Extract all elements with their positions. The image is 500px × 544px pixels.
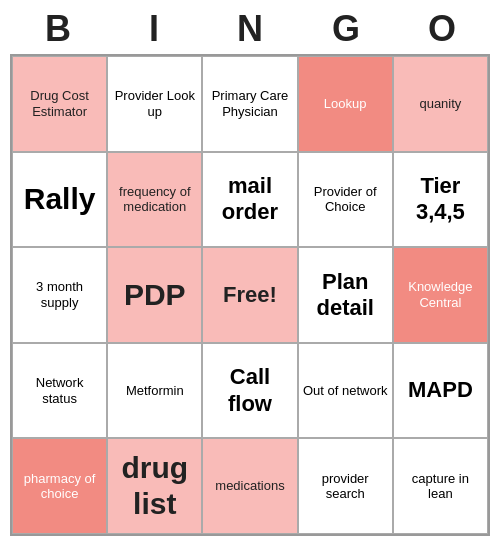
cell-23: provider search	[298, 438, 393, 534]
cell-8: Provider of Choice	[298, 152, 393, 248]
letter-o: O	[398, 8, 486, 50]
cell-19: MAPD	[393, 343, 488, 439]
letter-g: G	[302, 8, 390, 50]
cell-13: Plan detail	[298, 247, 393, 343]
cell-2: Primary Care Physician	[202, 56, 297, 152]
cell-9: Tier 3,4,5	[393, 152, 488, 248]
cell-14: Knowledge Central	[393, 247, 488, 343]
cell-18: Out of network	[298, 343, 393, 439]
cell-16: Metformin	[107, 343, 202, 439]
letter-i: I	[110, 8, 198, 50]
bingo-grid: Drug Cost EstimatorProvider Look upPrima…	[10, 54, 490, 536]
cell-15: Network status	[12, 343, 107, 439]
letter-b: B	[14, 8, 102, 50]
cell-21: drug list	[107, 438, 202, 534]
cell-6: frequency of medication	[107, 152, 202, 248]
cell-11: PDP	[107, 247, 202, 343]
cell-20: pharmacy of choice	[12, 438, 107, 534]
cell-4: quanity	[393, 56, 488, 152]
cell-1: Provider Look up	[107, 56, 202, 152]
cell-17: Call flow	[202, 343, 297, 439]
bingo-header: B I N G O	[10, 8, 490, 50]
cell-0: Drug Cost Estimator	[12, 56, 107, 152]
cell-12: Free!	[202, 247, 297, 343]
cell-3: Lookup	[298, 56, 393, 152]
cell-5: Rally	[12, 152, 107, 248]
letter-n: N	[206, 8, 294, 50]
cell-24: capture in lean	[393, 438, 488, 534]
cell-10: 3 month supply	[12, 247, 107, 343]
cell-7: mail order	[202, 152, 297, 248]
cell-22: medications	[202, 438, 297, 534]
